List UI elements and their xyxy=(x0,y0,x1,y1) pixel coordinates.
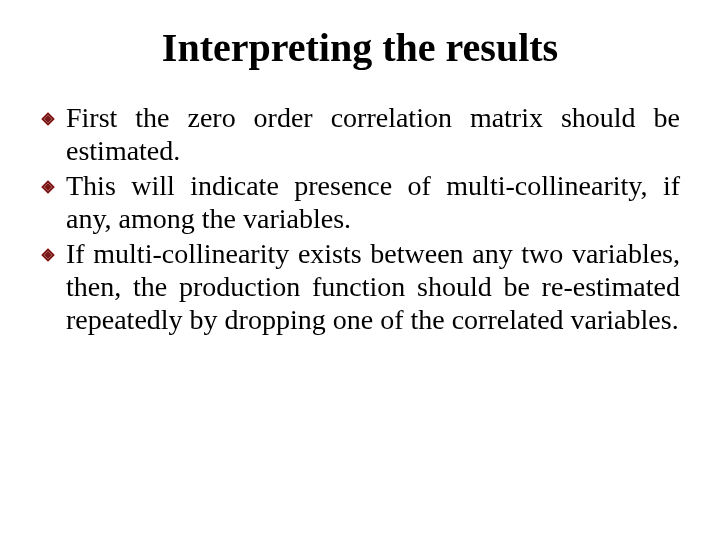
svg-marker-0 xyxy=(41,112,55,126)
bullet-text: If multi-collinearity exists between any… xyxy=(66,238,680,335)
slide-body: First the zero order correlation matrix … xyxy=(40,101,680,336)
bullet-item: If multi-collinearity exists between any… xyxy=(40,237,680,336)
slide: Interpreting the results First the zero … xyxy=(0,0,720,540)
bullet-text: First the zero order correlation matrix … xyxy=(66,102,680,166)
bullet-item: This will indicate presence of multi-col… xyxy=(40,169,680,235)
slide-title: Interpreting the results xyxy=(40,24,680,71)
bullet-text: This will indicate presence of multi-col… xyxy=(66,170,680,234)
diamond-bullet-icon xyxy=(40,169,66,202)
bullet-item: First the zero order correlation matrix … xyxy=(40,101,680,167)
diamond-bullet-icon xyxy=(40,101,66,134)
diamond-bullet-icon xyxy=(40,237,66,270)
svg-marker-2 xyxy=(41,180,55,194)
svg-marker-4 xyxy=(41,248,55,262)
